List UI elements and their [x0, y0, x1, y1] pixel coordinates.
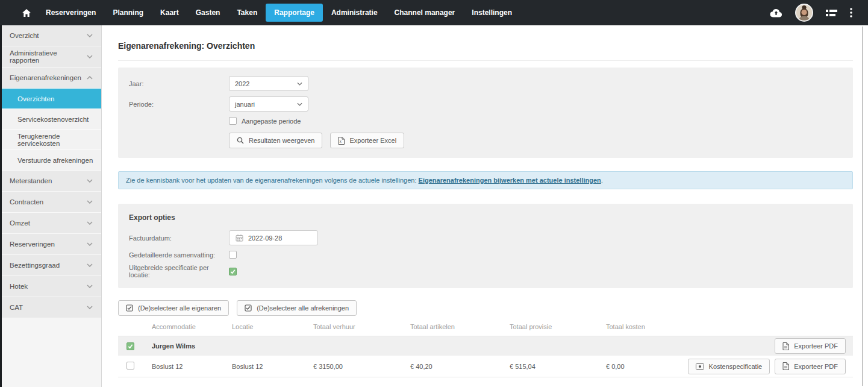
aangepaste-periode-checkbox[interactable] [229, 117, 237, 125]
svg-text:x: x [340, 139, 342, 143]
sidebar-item-label: Eigenarenafrekeningen [10, 74, 81, 81]
main-content: Eigenarenafrekening: Overzichten Jaar: 2… [102, 25, 868, 387]
top-navigation-bar: Reserveringen Planning Kaart Gasten Take… [0, 0, 868, 25]
nav-rapportage[interactable]: Rapportage [266, 4, 323, 22]
sidebar-item-overzicht[interactable]: Overzicht [2, 25, 101, 46]
info-banner-suffix: . [601, 177, 603, 184]
sidebar-item-administratieve-rapporten[interactable]: Administratieve rapporten [2, 46, 101, 68]
nav-taken[interactable]: Taken [228, 0, 266, 25]
gedetailleerde-samenvatting-checkbox[interactable] [229, 251, 237, 259]
chevron-down-icon [87, 179, 93, 183]
chevron-down-icon [87, 55, 93, 58]
afrekeningen-table: Accommodatie Locatie Totaal verhuur Tota… [118, 316, 853, 377]
sidebar-item-contracten[interactable]: Contracten [2, 192, 101, 213]
nav-instellingen[interactable]: Instellingen [463, 0, 520, 25]
money-icon [696, 363, 704, 370]
export-options-title: Export opties [129, 213, 842, 222]
search-icon [237, 137, 244, 144]
sidebar-item-bezettingsgraad[interactable]: Bezettingsgraad [2, 255, 101, 276]
page-title: Eigenarenafrekening: Overzichten [118, 25, 853, 61]
user-avatar[interactable] [795, 4, 813, 22]
sidebar-item-label: Meterstanden [10, 177, 52, 184]
chevron-down-icon [87, 221, 93, 225]
jaar-select[interactable]: 2022 [229, 76, 308, 91]
sidebar-item-label: Overzicht [10, 32, 39, 39]
chevron-up-icon [87, 76, 93, 80]
factuurdatum-value: 2022-09-28 [248, 234, 282, 242]
button-label: Exporteer PDF [794, 363, 838, 370]
owner-exporteer-pdf-button[interactable]: Exporteer PDF [775, 338, 846, 354]
factuurdatum-input[interactable]: 2022-09-28 [229, 230, 318, 245]
row-exporteer-pdf-button[interactable]: Exporteer PDF [775, 359, 846, 374]
header-accommodatie: Accommodatie [152, 323, 232, 330]
button-label: Exporteer Excel [349, 137, 396, 144]
sidebar-subitem-terugkerende-servicekosten[interactable]: Terugkerende servicekosten [2, 130, 101, 150]
sidebar-item-cat[interactable]: CAT [2, 297, 101, 318]
button-label: (De)selecteer alle afrekeningen [257, 304, 349, 312]
sidebar-item-label: Omzet [10, 219, 30, 227]
menu-icon[interactable] [826, 9, 837, 17]
header-totaal-verhuur: Totaal verhuur [313, 323, 410, 330]
owner-name: Jurgen Wilms [152, 342, 232, 350]
jaar-selected-value: 2022 [235, 80, 249, 87]
kennisbank-link[interactable]: Eigenarenafrekeningen bijwerken met actu… [419, 177, 601, 184]
periode-selected-value: januari [235, 101, 255, 108]
button-label: Exporteer PDF [794, 342, 838, 350]
sidebar-item-label: Administratieve rapporten [10, 49, 87, 64]
chevron-down-icon [87, 34, 93, 37]
sidebar-item-reserveringen[interactable]: Reserveringen [2, 234, 101, 255]
button-label: (De)selecteer alle eigenaren [138, 304, 221, 312]
chevron-down-icon [87, 306, 93, 309]
nav-channel-manager[interactable]: Channel manager [386, 0, 464, 25]
resultaten-weergeven-button[interactable]: Resultaten weergeven [229, 133, 322, 148]
sidebar-item-eigenarenafrekeningen[interactable]: Eigenarenafrekeningen [2, 68, 101, 89]
cell-totaal-provisie: € 515,04 [510, 363, 606, 370]
gedetailleerde-samenvatting-label: Gedetailleerde samenvatting: [129, 251, 229, 259]
nav-gasten[interactable]: Gasten [187, 0, 229, 25]
periode-label: Periode: [129, 101, 229, 108]
button-label: Kostenspecificatie [709, 363, 763, 370]
export-options-panel: Export opties Factuurdatum: 2022-09-28 G… [118, 204, 853, 288]
aangepaste-periode-label: Aangepaste periode [242, 118, 301, 125]
sidebar-subitem-servicekostenoverzicht[interactable]: Servicekostenoverzicht [2, 109, 101, 130]
nav-reserveringen[interactable]: Reserveringen [37, 0, 104, 25]
sidebar-item-label: Hotek [10, 283, 28, 290]
sidebar: Overzicht Administratieve rapporten Eige… [0, 25, 102, 387]
cell-locatie: Boslust 12 [232, 363, 313, 370]
kostenspecificatie-button[interactable]: Kostenspecificatie [688, 359, 770, 374]
scrollbar[interactable] [862, 27, 863, 386]
owner-row: Jurgen Wilms Exporteer PDF [118, 336, 853, 356]
info-banner: Zie de kennisbank voor het updaten van d… [118, 171, 853, 189]
jaar-label: Jaar: [129, 80, 229, 87]
filter-panel: Jaar: 2022 Periode: januari Aangepaste p… [118, 68, 853, 158]
nav-planning[interactable]: Planning [104, 0, 152, 25]
chevron-down-icon [297, 82, 302, 86]
selection-buttons: (De)selecteer alle eigenaren (De)selecte… [118, 300, 853, 316]
kebab-menu-icon[interactable] [850, 8, 852, 17]
owner-checkbox[interactable] [126, 342, 134, 350]
deselecteer-alle-afrekeningen-button[interactable]: (De)selecteer alle afrekeningen [237, 300, 357, 316]
info-banner-text: Zie de kennisbank voor het updaten van d… [126, 177, 417, 184]
sidebar-item-hotek[interactable]: Hotek [2, 276, 101, 297]
sidebar-subitem-overzichten[interactable]: Overzichten [2, 89, 101, 109]
chevron-down-icon [297, 102, 302, 106]
cloud-upload-icon[interactable] [770, 8, 782, 17]
exporteer-excel-button[interactable]: x Exporteer Excel [330, 133, 404, 148]
row-checkbox[interactable] [126, 362, 134, 370]
cell-accommodatie: Boslust 12 [152, 363, 232, 370]
uitgebreide-specificatie-checkbox[interactable] [229, 268, 237, 275]
nav-kaart[interactable]: Kaart [152, 0, 187, 25]
sidebar-item-omzet[interactable]: Omzet [2, 213, 101, 234]
excel-file-icon: x [338, 137, 345, 145]
deselecteer-alle-eigenaren-button[interactable]: (De)selecteer alle eigenaren [118, 300, 229, 316]
sidebar-item-meterstanden[interactable]: Meterstanden [2, 171, 101, 192]
checkbox-checked-icon [126, 304, 133, 312]
sidebar-subitem-verstuurde-afrekeningen[interactable]: Verstuurde afrekeningen [2, 150, 101, 171]
home-button[interactable] [16, 0, 37, 25]
pdf-file-icon [782, 342, 789, 350]
sidebar-item-label: Reserveringen [10, 241, 55, 248]
nav-administratie[interactable]: Administratie [323, 0, 386, 25]
pdf-file-icon [782, 362, 789, 370]
periode-select[interactable]: januari [229, 96, 308, 112]
chevron-down-icon [87, 263, 93, 267]
